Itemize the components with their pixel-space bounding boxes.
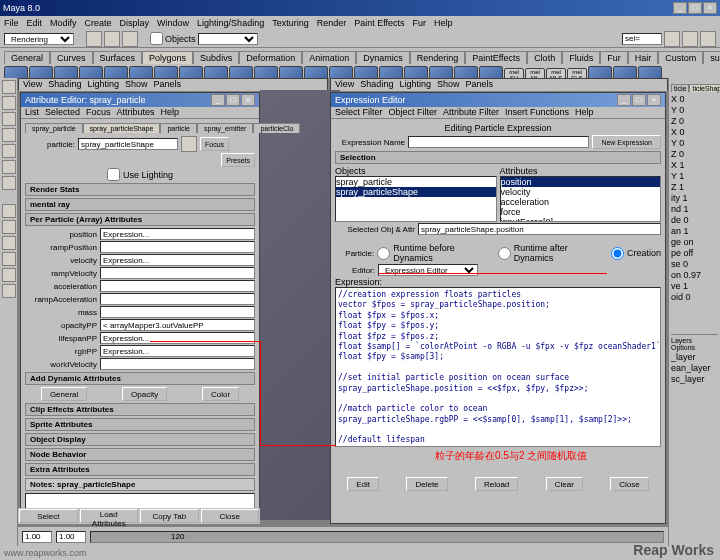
section-extra[interactable]: Extra Attributes (25, 463, 255, 476)
panel-max-icon[interactable]: □ (632, 94, 646, 106)
ee-menu[interactable]: Insert Functions (505, 107, 569, 118)
range-start-field[interactable] (22, 531, 52, 543)
layout-icon[interactable] (2, 284, 16, 298)
layer-item[interactable]: sc_layer (671, 374, 718, 384)
section-clip[interactable]: Clip Effects Attributes (25, 403, 255, 416)
menu-edit[interactable]: Edit (27, 18, 43, 28)
section-render-stats[interactable]: Render Stats (25, 183, 255, 196)
rotate-tool-icon[interactable] (2, 128, 16, 142)
toolbar-btn[interactable] (122, 31, 138, 47)
ae-menu[interactable]: Attributes (117, 107, 155, 118)
close-button[interactable]: Close (201, 509, 260, 523)
module-dropdown[interactable]: Rendering (4, 33, 74, 45)
panel-max-icon[interactable]: □ (226, 94, 240, 106)
channel-item[interactable]: Y 0 (671, 105, 718, 115)
vp-menu[interactable]: Show (437, 79, 460, 91)
menu-painteffects[interactable]: Paint Effects (354, 18, 404, 28)
copy-tab-button[interactable]: Copy Tab (140, 509, 199, 523)
channel-item[interactable]: nd 1 (671, 204, 718, 214)
last-tool-icon[interactable] (2, 176, 16, 190)
ae-menu[interactable]: Selected (45, 107, 80, 118)
panel-min-icon[interactable]: _ (617, 94, 631, 106)
clear-button[interactable]: Clear (546, 477, 583, 491)
expression-textarea[interactable]: //creation expression floats particles v… (335, 287, 661, 447)
shelf-tab[interactable]: Custom (658, 51, 703, 64)
menu-file[interactable]: File (4, 18, 19, 28)
panel-min-icon[interactable]: _ (211, 94, 225, 106)
channel-item[interactable]: Y 0 (671, 138, 718, 148)
attr-field-lifespan[interactable] (100, 332, 255, 344)
attr-field[interactable] (100, 228, 255, 240)
time-slider[interactable]: 120 (90, 531, 664, 543)
attr-field[interactable] (100, 267, 255, 279)
layout-icon[interactable] (2, 220, 16, 234)
shelf-tab[interactable]: Subdivs (193, 51, 239, 64)
toolbar-btn[interactable] (700, 31, 716, 47)
shelf-tab[interactable]: Animation (302, 51, 356, 64)
close-button[interactable]: × (703, 2, 717, 14)
maximize-button[interactable]: □ (688, 2, 702, 14)
attr-field[interactable] (100, 280, 255, 292)
section-selection[interactable]: Selection (335, 151, 661, 164)
mel-input[interactable] (622, 33, 662, 45)
attributes-listbox[interactable]: position velocity acceleration force inp… (500, 176, 662, 222)
menu-render[interactable]: Render (317, 18, 347, 28)
objects-checkbox[interactable] (150, 32, 163, 45)
section-per-particle[interactable]: Per Particle (Array) Attributes (25, 213, 255, 226)
shelf-tab[interactable]: Fur (600, 51, 628, 64)
channel-item[interactable]: X 0 (671, 94, 718, 104)
channel-item[interactable]: de 0 (671, 215, 718, 225)
ee-menu[interactable]: Object Filter (389, 107, 438, 118)
sel-attr-field[interactable] (418, 223, 661, 235)
editor-dropdown[interactable]: Expression Editor (378, 264, 478, 276)
runtime-before-radio[interactable] (377, 247, 390, 260)
section-mental-ray[interactable]: mental ray (25, 198, 255, 211)
vp-menu[interactable]: Panels (153, 79, 181, 91)
section-sprite[interactable]: Sprite Attributes (25, 418, 255, 431)
general-button[interactable]: General (41, 387, 87, 401)
ee-menu[interactable]: Help (575, 107, 594, 118)
layer-item[interactable]: _layer (671, 352, 718, 362)
expr-name-field[interactable] (408, 136, 589, 148)
channel-item[interactable]: on 0.97 (671, 270, 718, 280)
presets-button[interactable]: Presets (221, 153, 255, 167)
vp-menu[interactable]: Lighting (399, 79, 431, 91)
menu-modify[interactable]: Modify (50, 18, 77, 28)
select-tool-icon[interactable] (2, 80, 16, 94)
ae-tab[interactable]: particleClo (253, 123, 300, 133)
shelf-tab[interactable]: Dynamics (356, 51, 410, 64)
scale-tool-icon[interactable] (2, 144, 16, 158)
vp-menu[interactable]: Shading (48, 79, 81, 91)
select-button[interactable]: Select (19, 509, 78, 523)
ae-tab[interactable]: spray_emitter (197, 123, 253, 133)
channel-tab[interactable]: ticleShape (689, 84, 720, 92)
ae-tab[interactable]: particle (160, 123, 197, 133)
menu-fur[interactable]: Fur (413, 18, 427, 28)
vp-menu[interactable]: Shading (360, 79, 393, 91)
list-item[interactable]: force (501, 207, 661, 217)
menu-texturing[interactable]: Texturing (272, 18, 309, 28)
load-attributes-button[interactable]: Load Attributes (80, 509, 139, 523)
section-notes[interactable]: Notes: spray_particleShape (25, 478, 255, 491)
focus-button[interactable]: Focus (200, 137, 229, 151)
layer-item[interactable]: ean_layer (671, 363, 718, 373)
channel-item[interactable]: ve 1 (671, 281, 718, 291)
shelf-tab[interactable]: Hair (628, 51, 659, 64)
list-item[interactable]: velocity (501, 187, 661, 197)
vp-menu[interactable]: Lighting (87, 79, 119, 91)
shelf-tab[interactable]: Cloth (527, 51, 562, 64)
shelf-tab[interactable]: Surfaces (93, 51, 143, 64)
vp-menu[interactable]: Show (125, 79, 148, 91)
timeline[interactable]: 120 (18, 526, 668, 546)
channel-item[interactable]: X 0 (671, 127, 718, 137)
toolbar-btn[interactable] (86, 31, 102, 47)
channel-item[interactable]: pe off (671, 248, 718, 258)
channel-item[interactable]: X 1 (671, 160, 718, 170)
layout-icon[interactable] (2, 204, 16, 218)
use-lighting-checkbox[interactable] (107, 168, 120, 181)
move-tool-icon[interactable] (2, 112, 16, 126)
channel-item[interactable]: se 0 (671, 259, 718, 269)
section-objdisplay[interactable]: Object Display (25, 433, 255, 446)
channel-item[interactable]: Y 1 (671, 171, 718, 181)
channel-tab[interactable]: ticle (671, 84, 689, 92)
